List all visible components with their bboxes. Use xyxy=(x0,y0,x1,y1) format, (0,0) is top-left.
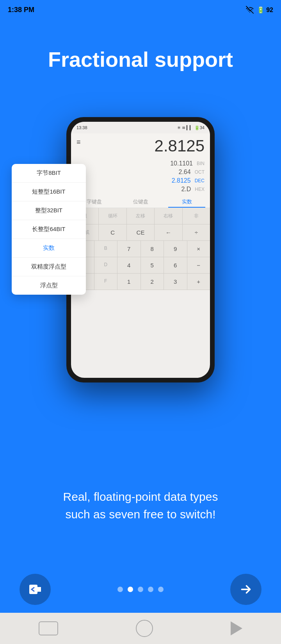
dot-1 xyxy=(117,587,123,592)
key-5[interactable]: 5 xyxy=(141,257,164,273)
dot-4 xyxy=(148,587,153,592)
dropdown-item-3[interactable]: 长整型64BIT xyxy=(12,220,86,239)
phone-status-bar: 13:38 ✳ ≋ ▎▎ 🔋34 xyxy=(71,122,210,133)
page-title: Fractional support xyxy=(0,47,281,72)
dropdown-menu: 字节8BIT 短整型16BIT 整型32BIT 长整型64BIT 实数 双精度浮… xyxy=(12,164,86,295)
key-backspace[interactable]: ← xyxy=(155,224,182,240)
hex-row: 2.D HEX xyxy=(76,185,205,194)
key-plus[interactable]: + xyxy=(187,274,210,290)
key-4[interactable]: 4 xyxy=(117,257,141,273)
dot-5 xyxy=(158,587,164,592)
dec-row: 2.8125 DEC xyxy=(76,176,205,185)
sys-back-btn[interactable] xyxy=(39,621,58,635)
forward-button[interactable] xyxy=(230,574,261,605)
tab-shishu[interactable]: 实数 xyxy=(164,195,210,208)
calc-conversion-rows: 10.1101 BIN 2.64 OCT 2.8125 DEC 2.D HEX xyxy=(71,157,210,195)
key-b[interactable]: B xyxy=(94,241,118,257)
svg-rect-0 xyxy=(29,585,37,594)
status-bar: 1:38 PM 🔋 92 xyxy=(0,0,281,20)
dropdown-item-1[interactable]: 短整型16BIT xyxy=(12,183,86,201)
key-not[interactable]: 非 xyxy=(183,208,210,224)
sys-home-btn[interactable] xyxy=(136,620,153,637)
hamburger-icon[interactable]: ≡ xyxy=(76,138,81,146)
oct-row: 2.64 OCT xyxy=(76,168,205,176)
key-d[interactable]: D xyxy=(94,257,118,273)
dot-3 xyxy=(138,587,143,592)
back-icon xyxy=(28,582,42,596)
dropdown-item-2[interactable]: 整型32BIT xyxy=(12,201,86,220)
key-ce[interactable]: CE xyxy=(127,224,155,240)
keypad-row-2: 异或 C CE ← ÷ xyxy=(71,224,210,241)
keypad-row-4: C D 4 5 6 − xyxy=(71,257,210,274)
description-text: Real, floating-point data typessuch as s… xyxy=(0,488,281,523)
dropdown-item-6[interactable]: 浮点型 xyxy=(12,276,86,295)
key-loop[interactable]: 循环 xyxy=(99,208,126,224)
key-1[interactable]: 1 xyxy=(117,274,141,290)
key-left-shift[interactable]: 左移 xyxy=(127,208,155,224)
wifi-icon xyxy=(246,6,254,14)
dropdown-item-4[interactable]: 实数 xyxy=(12,239,86,258)
tab-weijiapan[interactable]: 位键盘 xyxy=(117,195,164,208)
key-7[interactable]: 7 xyxy=(117,241,141,257)
calc-keypad: 模 循环 左移 右移 非 异或 C CE ← ÷ A B 7 8 xyxy=(71,208,210,290)
bottom-nav xyxy=(0,574,281,605)
keypad-row-5: E F 1 2 3 + xyxy=(71,274,210,290)
key-f[interactable]: F xyxy=(94,274,118,290)
key-right-shift[interactable]: 右移 xyxy=(155,208,182,224)
status-time: 1:38 PM xyxy=(8,6,34,14)
key-2[interactable]: 2 xyxy=(141,274,164,290)
key-minus[interactable]: − xyxy=(187,257,210,273)
sys-recent-btn[interactable] xyxy=(231,621,242,635)
back-button[interactable] xyxy=(20,574,51,605)
calc-tabs: 字键盘 位键盘 实数 xyxy=(71,195,210,208)
key-c[interactable]: C xyxy=(99,224,126,240)
dot-2 xyxy=(128,587,133,592)
status-right-icons: 🔋 92 xyxy=(246,6,273,14)
key-8[interactable]: 8 xyxy=(141,241,164,257)
phone-screen: 13:38 ✳ ≋ ▎▎ 🔋34 ≡ 2.8125 10.1101 BIN xyxy=(71,122,210,378)
dropdown-item-0[interactable]: 字节8BIT xyxy=(12,164,86,183)
battery-icon: 🔋 92 xyxy=(257,6,273,14)
key-9[interactable]: 9 xyxy=(164,241,187,257)
key-multiply[interactable]: × xyxy=(187,241,210,257)
key-3[interactable]: 3 xyxy=(164,274,187,290)
calc-display: 2.8125 xyxy=(81,135,205,157)
phone-status-icons: ✳ ≋ ▎▎ 🔋34 xyxy=(177,125,205,130)
phone-mockup: 13:38 ✳ ≋ ▎▎ 🔋34 ≡ 2.8125 10.1101 BIN xyxy=(66,117,215,382)
key-6[interactable]: 6 xyxy=(164,257,187,273)
keypad-row-1: 模 循环 左移 右移 非 xyxy=(71,208,210,224)
dropdown-item-5[interactable]: 双精度浮点型 xyxy=(12,258,86,276)
phone-time: 13:38 xyxy=(76,125,87,130)
bin-row: 10.1101 BIN xyxy=(76,159,205,168)
dot-indicators xyxy=(117,587,164,592)
keypad-row-3: A B 7 8 9 × xyxy=(71,241,210,257)
forward-icon xyxy=(239,582,253,596)
key-divide[interactable]: ÷ xyxy=(183,224,210,240)
system-bar xyxy=(0,613,281,644)
phone-outer: 13:38 ✳ ≋ ▎▎ 🔋34 ≡ 2.8125 10.1101 BIN xyxy=(66,117,215,382)
